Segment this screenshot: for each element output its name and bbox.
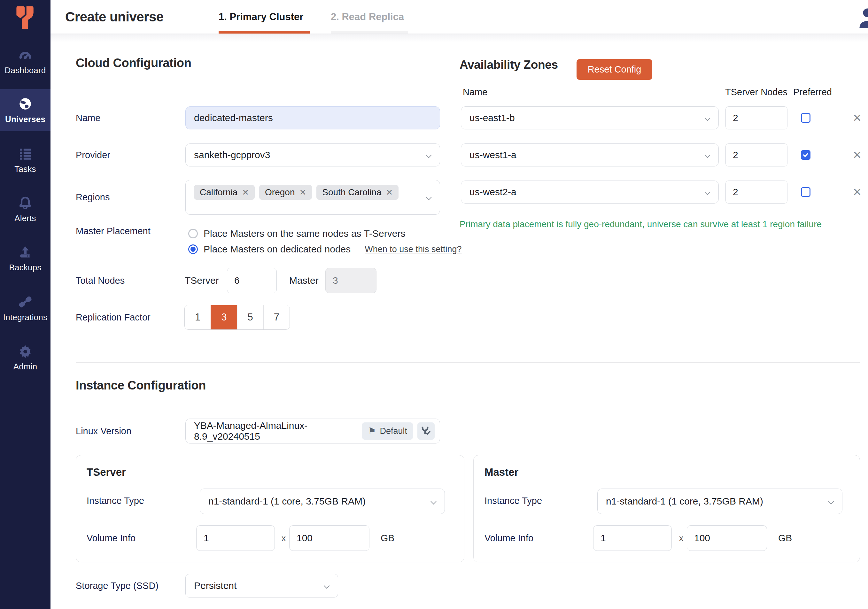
provider-select[interactable]: sanketh-gcpprov3 [185,144,440,166]
rf-option-1[interactable]: 1 [185,305,211,329]
az-remove-row-3[interactable]: ✕ [850,181,864,203]
volume-times-label: x [679,525,683,551]
az-name: us-west1-a [470,150,516,160]
linux-version-select[interactable]: YBA-Managed-AlmaLinux-8.9_v20240515 ⚑ De… [185,418,440,443]
tserver-panel: TServer Instance Type n1-standard-1 (1 c… [76,455,464,563]
when-to-use-link[interactable]: When to use this setting? [365,245,462,254]
replication-factor-selector: 1 3 5 7 [184,305,290,330]
universe-name-input[interactable] [186,107,440,129]
region-chip: Oregon ✕ [259,185,312,200]
remove-region-icon[interactable]: ✕ [386,188,393,197]
tserver-instance-type-label: Instance Type [87,488,144,513]
az-select-row-3[interactable]: us-west2-a [461,181,719,203]
yugabyte-logo[interactable] [8,3,42,35]
az-nodes-input-row-1[interactable] [725,106,787,129]
az-name: us-east1-b [470,113,515,123]
cloud-configuration-heading: Cloud Configuration [76,56,191,70]
volume-unit-label: GB [778,525,792,551]
az-nodes-input-row-3[interactable] [725,181,787,203]
sidebar-item-admin[interactable]: Admin [0,336,51,379]
master-panel: Master Instance Type n1-standard-1 (1 co… [473,455,860,563]
rf-option-3[interactable]: 3 [211,305,237,329]
sidebar-item-alerts[interactable]: Alerts [0,188,51,230]
sidebar-item-integrations[interactable]: Integrations [0,287,51,329]
region-chip-label: California [200,187,237,197]
chevron-down-icon [704,189,710,195]
az-remove-row-1[interactable]: ✕ [850,106,864,129]
master-instance-type-select[interactable]: n1-standard-1 (1 core, 3.75GB RAM) [597,488,842,514]
dashboard-gauge-icon [18,48,33,62]
admin-gear-icon [18,344,33,358]
sidebar-item-label: Universes [5,115,45,124]
master-nodes-input [326,268,377,293]
volume-unit-label: GB [381,525,394,551]
instance-configuration-heading: Instance Configuration [76,379,206,392]
header: Create universe 1. Primary Cluster 2. Re… [51,0,868,34]
tserver-instance-type-select[interactable]: n1-standard-1 (1 core, 3.75GB RAM) [200,488,445,514]
default-badge: ⚑ Default [362,422,413,440]
universes-globe-icon [18,96,33,111]
universe-name-field-wrap [185,106,440,129]
header-shadow [51,34,868,42]
availability-zones-heading: Availability Zones [460,58,558,71]
tserver-nodes-input[interactable] [227,268,277,293]
alerts-bell-icon [18,195,33,210]
az-name: us-west2-a [470,187,516,197]
sidebar-item-label: Alerts [14,214,36,223]
master-volume-size-input[interactable] [687,525,767,551]
chevron-down-icon [704,152,710,158]
az-remove-row-2[interactable]: ✕ [850,144,864,166]
sidebar-item-tasks[interactable]: Tasks [0,139,51,181]
region-chip: California ✕ [194,185,255,200]
radio-dedicated-nodes[interactable] [188,245,198,254]
tab-label: 1. Primary Cluster [219,11,303,23]
master-placement-option-dedicated: Place Masters on dedicated nodes When to… [188,243,462,255]
region-chips: California ✕ Oregon ✕ South Carolina ✕ [194,185,398,200]
tab-label: 2. Read Replica [331,11,404,23]
sidebar-item-label: Integrations [3,313,47,322]
sidebar-item-label: Dashboard [5,65,46,75]
tserver-volume-size-input[interactable] [289,525,369,551]
provider-value: sanketh-gcpprov3 [194,150,270,160]
create-universe-page: Dashboard Universes Tasks [0,0,868,609]
default-badge-label: Default [380,426,407,436]
remove-region-icon[interactable]: ✕ [242,188,249,197]
tserver-volume-count-input[interactable] [196,525,275,551]
az-preferred-checkbox-row-3[interactable] [801,187,811,197]
az-select-row-2[interactable]: us-west1-a [461,144,719,166]
chevron-down-icon [704,115,710,121]
linux-version-value: YBA-Managed-AlmaLinux-8.9_v20240515 [194,420,362,442]
rf-option-7[interactable]: 7 [264,305,290,329]
master-instance-type-label: Instance Type [485,488,542,513]
master-volume-label: Volume Info [485,525,533,551]
sidebar-item-universes[interactable]: Universes [0,89,51,131]
rf-option-5[interactable]: 5 [237,305,264,329]
master-placement-label: Master Placement [76,224,150,239]
az-column-nodes: TServer Nodes [725,87,787,98]
az-select-row-1[interactable]: us-east1-b [461,106,719,129]
regions-multiselect[interactable]: California ✕ Oregon ✕ South Carolina ✕ [185,180,440,215]
replication-factor-label: Replication Factor [76,305,150,330]
tab-primary-cluster[interactable]: 1. Primary Cluster [219,0,310,34]
tab-read-replica[interactable]: 2. Read Replica [331,0,408,34]
remove-region-icon[interactable]: ✕ [299,188,306,197]
storage-type-label: Storage Type (SSD) [76,574,158,598]
backups-upload-icon [18,245,33,259]
sidebar-item-dashboard[interactable]: Dashboard [0,40,51,82]
radio-label: Place Masters on the same nodes as T-Ser… [203,228,405,239]
integrations-plug-icon [18,294,33,309]
az-preferred-checkbox-row-2[interactable] [801,150,811,160]
storage-type-select[interactable]: Persistent [185,574,338,598]
sidebar-item-backups[interactable]: Backups [0,237,51,280]
sidebar-item-label: Backups [9,263,41,273]
az-preferred-checkbox-row-1[interactable] [801,113,811,123]
master-volume-count-input[interactable] [593,525,672,551]
sidebar: Dashboard Universes Tasks [0,0,51,609]
radio-same-nodes[interactable] [188,229,198,239]
reset-config-button[interactable]: Reset Config [577,59,652,80]
az-column-preferred: Preferred [793,87,832,98]
radio-label: Place Masters on dedicated nodes [203,244,350,255]
az-nodes-input-row-2[interactable] [725,144,787,166]
yugabyte-logo-icon [11,5,40,34]
user-avatar-icon[interactable] [859,8,868,28]
